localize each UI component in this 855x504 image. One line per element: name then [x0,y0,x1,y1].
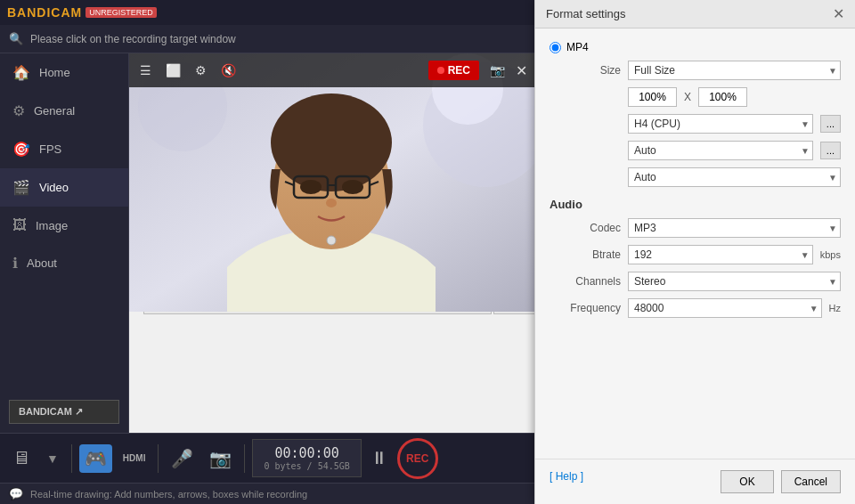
rec-dot [437,67,444,74]
video-codec2-browse-btn[interactable]: ... [820,142,841,159]
preview-menu-btn[interactable]: ☰ [136,60,155,81]
toolbar-separator-1 [71,444,72,473]
bitrate-unit: kbps [820,249,841,260]
sidebar-image-label: Image [36,219,68,232]
bitrate-label: Btrate [550,248,621,261]
preview-fullscreen-btn[interactable]: ⬜ [162,60,184,81]
extra-row: Auto ▼ [550,167,841,187]
svg-point-16 [327,236,336,245]
extra-select[interactable]: Auto [628,167,841,187]
sidebar-item-general[interactable]: ⚙ General [0,92,128,130]
logo: BANDICAM UNREGISTERED [7,5,157,20]
image-icon: 🖼 [12,217,27,233]
audio-codec-select-wrap: MP3 AAC PCM ▼ [628,218,841,238]
fps-icon: 🎯 [12,141,30,158]
channels-select-wrap: Stereo Mono ▼ [628,272,841,291]
size-select[interactable]: Full Size Half Size Custom [628,61,841,80]
info-icon: ℹ [12,255,18,272]
channels-row: Channels Stereo Mono ▼ [550,272,841,291]
app-title: BANDICAM [7,5,82,20]
preview-mute-btn[interactable]: 🔇 [217,60,240,81]
width-input[interactable] [628,87,677,107]
preview-overlay: ☰ ⬜ ⚙ 🔇 REC 📷 ✕ [129,53,534,312]
bitrate-row: Btrate 192 128 256 320 ▼ kbps [550,245,841,264]
frequency-label: Frequency [550,302,621,314]
app-window: BANDICAM UNREGISTERED — □ ✕ 🔍 Please cli… [0,0,855,504]
bitrate-select-wrap: 192 128 256 320 ▼ [628,245,813,264]
video-codec-row1: H4 (CPU) H264 (CPU) HEVC NVENC ▼ ... [550,114,841,134]
dialog-content: MP4 Size Full Size Half Size Custom ▼ [535,53,855,433]
toolbar-separator-2 [158,444,159,473]
sidebar-item-image[interactable]: 🖼 Image [0,207,128,244]
timer-display: 00:00:00 0 bytes / 54.5GB [252,439,361,477]
chat-icon: 💬 [9,487,23,500]
video-codec2-select-wrap: Auto ▼ [628,141,813,160]
x-separator: X [684,91,691,103]
sidebar-item-video[interactable]: 🎬 Video [0,168,128,207]
frequency-select[interactable]: 48000 44100 22050 [628,298,822,318]
pause-button[interactable]: ⏸ [367,444,392,472]
frequency-select-wrap: 48000 44100 22050 ▼ [628,298,822,318]
preview-camera-btn[interactable]: 📷 [486,60,509,81]
hdmi-btn[interactable]: HDMI [118,450,151,467]
format-dialog: Format settings ✕ MP4 Size Full Size Hal… [534,53,855,433]
video-codec-browse-btn[interactable]: ... [820,115,841,133]
svg-point-14 [342,180,363,194]
expand-btn[interactable]: ▼ [41,448,64,469]
main-area: 🏠 Home ⚙ General 🎯 FPS 🎬 Video 🖼 Image ℹ [0,53,855,433]
frequency-unit: Hz [829,303,841,313]
audio-codec-label: Codec [550,222,621,234]
sidebar-general-label: General [34,104,75,118]
preview-image [129,53,534,312]
sidebar-item-home[interactable]: 🏠 Home [0,53,128,92]
search-icon: 🔍 [9,32,23,45]
extra-select-wrap: Auto ▼ [628,167,841,187]
svg-point-13 [300,180,322,194]
audio-section-title: Audio [550,198,841,211]
status-text: Real-time drawing: Add numbers, arrows, … [30,489,307,500]
svg-point-7 [271,93,392,191]
channels-label: Channels [550,275,621,288]
sidebar-fps-label: FPS [39,142,61,156]
search-placeholder-text: Please click on the recording target win… [30,33,236,45]
preview-settings-btn[interactable]: ⚙ [191,60,210,81]
dimensions-row: X [550,87,841,107]
rec-button[interactable]: REC [428,61,479,80]
bitrate-select[interactable]: 192 128 256 320 [628,245,813,264]
toolbar-separator-3 [244,444,245,473]
unregistered-badge: UNREGISTERED [86,7,157,18]
sidebar-video-label: Video [39,181,69,194]
size-label: Size [550,64,621,77]
svg-point-15 [326,199,337,207]
audio-codec-select[interactable]: MP3 AAC PCM [628,218,841,238]
video-codec-select-wrap: H4 (CPU) H264 (CPU) HEVC NVENC ▼ [628,114,813,134]
sidebar-about-label: About [27,256,57,270]
video-codec-row2: Auto ▼ ... [550,141,841,160]
webcam-btn[interactable]: 📷 [204,444,237,473]
sidebar-item-fps[interactable]: 🎯 FPS [0,130,128,168]
sidebar-item-about[interactable]: ℹ About [0,244,128,282]
storage-text: 0 bytes / 54.5GB [264,461,349,471]
video-codec2-select[interactable]: Auto [628,141,813,160]
mic-btn[interactable]: 🎤 [166,444,199,473]
size-select-wrap: Full Size Half Size Custom ▼ [628,61,841,80]
rec-circle-button[interactable]: REC [397,438,438,479]
preview-toolbar: ☰ ⬜ ⚙ 🔇 REC 📷 ✕ [129,53,534,87]
gear-icon: ⚙ [12,102,25,119]
screen-capture-btn[interactable]: 🖥 [7,444,36,472]
audio-codec-row: Codec MP3 AAC PCM ▼ [550,218,841,238]
bandicam-link[interactable]: BANDICAM ↗ [9,400,119,424]
sidebar-home-label: Home [39,66,70,79]
height-input[interactable] [698,87,747,107]
video-icon: 🎬 [12,179,30,196]
preview-close-btn[interactable]: ✕ [516,62,527,79]
video-codec-select[interactable]: H4 (CPU) H264 (CPU) HEVC NVENC [628,114,813,134]
timer-text: 00:00:00 [274,445,338,461]
home-icon: 🏠 [12,64,30,81]
channels-select[interactable]: Stereo Mono [628,272,841,291]
sidebar-bottom: BANDICAM ↗ [0,391,128,433]
size-row: Size Full Size Half Size Custom ▼ [550,61,841,80]
gamepad-btn[interactable]: 🎮 [79,444,112,473]
frequency-row: Frequency 48000 44100 22050 ▼ Hz [550,298,841,318]
sidebar: 🏠 Home ⚙ General 🎯 FPS 🎬 Video 🖼 Image ℹ [0,53,129,433]
